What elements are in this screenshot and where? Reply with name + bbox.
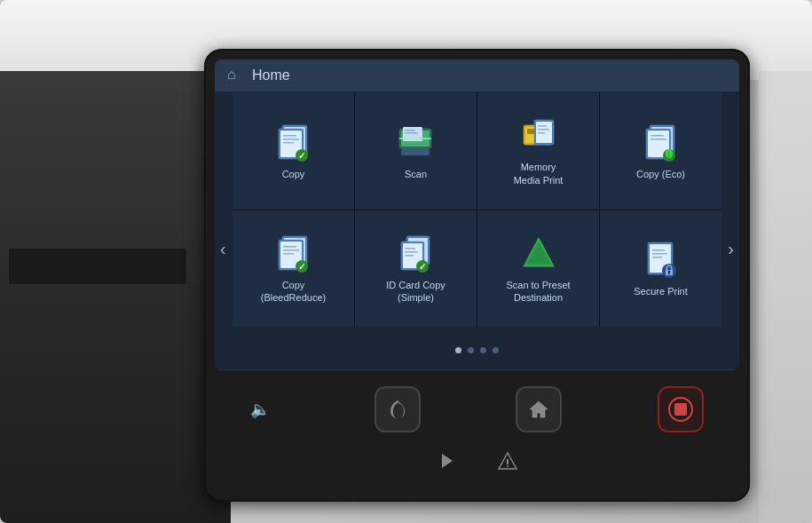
home-button-icon	[526, 397, 551, 422]
svg-rect-30	[650, 135, 664, 137]
svg-rect-39	[283, 246, 296, 248]
svg-rect-49	[405, 251, 418, 253]
app-id-card[interactable]: ✓ ID Card Copy(Simple)	[355, 210, 477, 328]
screen-title: Home	[252, 67, 290, 83]
printer-left	[0, 71, 231, 523]
memory-icon	[516, 115, 561, 155]
nav-arrow-left[interactable]: ‹	[220, 239, 226, 259]
page-dots	[215, 347, 739, 353]
svg-rect-40	[283, 250, 299, 251]
svg-point-68	[507, 465, 508, 467]
screen-header: ⌂ Home	[215, 59, 739, 92]
svg-rect-48	[405, 248, 415, 250]
printer-body: ⌂ Home ‹ ›	[0, 0, 812, 523]
dot-3	[480, 347, 486, 353]
stop-circle	[668, 397, 693, 422]
app-scan-preset[interactable]: Scan to PresetDestination	[477, 210, 599, 328]
printer-right	[759, 71, 812, 523]
stop-button[interactable]	[658, 386, 704, 432]
secure-label: Secure Print	[634, 285, 688, 297]
svg-rect-14	[399, 138, 431, 139]
svg-rect-31	[650, 139, 666, 140]
app-copy[interactable]: ✓ Copy	[233, 92, 354, 210]
eco-icon	[639, 122, 683, 162]
svg-rect-4	[283, 135, 296, 137]
home-button[interactable]	[516, 386, 562, 432]
scan-label: Scan	[405, 168, 427, 180]
lcd-screen: ⌂ Home ‹ ›	[215, 59, 739, 370]
secure-icon	[639, 239, 683, 280]
nav-arrow-right[interactable]: ›	[728, 239, 734, 259]
control-panel: ⌂ Home ‹ ›	[204, 49, 750, 502]
moon-icon	[385, 397, 410, 422]
svg-rect-25	[538, 132, 545, 134]
dot-2	[468, 347, 474, 353]
app-copy-eco[interactable]: Copy (Eco)	[600, 92, 721, 210]
svg-rect-15	[401, 148, 430, 155]
physical-buttons: 🔈	[215, 374, 739, 445]
bleed-icon: ✓	[272, 233, 316, 273]
home-icon: ⌂	[227, 67, 245, 84]
eco-label: Copy (Eco)	[636, 168, 685, 180]
bottom-nav	[215, 445, 739, 480]
scan-icon	[394, 122, 438, 162]
svg-rect-12	[405, 130, 415, 131]
svg-text:✓: ✓	[298, 262, 305, 272]
scanpreset-label: Scan to PresetDestination	[506, 279, 570, 305]
svg-marker-65	[442, 454, 453, 468]
svg-rect-41	[283, 253, 294, 255]
svg-text:✓: ✓	[298, 151, 305, 161]
svg-rect-5	[283, 139, 299, 140]
app-secure-print[interactable]: Secure Print	[600, 210, 721, 328]
svg-rect-18	[527, 129, 534, 134]
volume-icon: 🔈	[250, 400, 270, 419]
idcard-icon: ✓	[394, 233, 438, 273]
bleed-label: Copy(BleedReduce)	[261, 279, 326, 305]
sleep-button[interactable]	[374, 386, 421, 432]
screen-content: ‹ ›	[215, 92, 739, 369]
memory-label: MemoryMedia Print	[514, 161, 564, 186]
svg-rect-60	[652, 257, 662, 258]
paper-tray	[9, 249, 186, 284]
dot-1	[455, 347, 461, 353]
svg-rect-64	[668, 273, 670, 274]
forward-arrow-icon[interactable]	[435, 448, 460, 473]
idcard-label: ID Card Copy(Simple)	[386, 279, 445, 305]
svg-rect-6	[283, 142, 294, 144]
svg-rect-58	[652, 250, 665, 251]
app-scan[interactable]: Scan	[355, 92, 477, 210]
app-copy-bleed[interactable]: ✓ Copy(BleedReduce)	[233, 210, 354, 328]
copy-icon: ✓	[272, 122, 316, 162]
svg-rect-24	[538, 129, 549, 131]
svg-rect-67	[507, 459, 508, 464]
scanpreset-icon	[516, 233, 561, 273]
svg-rect-13	[405, 132, 418, 134]
svg-rect-59	[652, 253, 667, 255]
status-bar: Load paper. 1 LTR/Plain 2 📶 ⚙ Status Mon…	[215, 369, 739, 370]
warning-icon[interactable]	[495, 448, 520, 473]
dot-4	[493, 347, 499, 353]
svg-rect-50	[405, 255, 414, 257]
stop-inner	[674, 403, 687, 416]
copy-label: Copy	[282, 168, 305, 180]
svg-text:✓: ✓	[419, 262, 426, 272]
app-memory-print[interactable]: MemoryMedia Print	[477, 92, 599, 210]
app-grid: ✓ Copy	[233, 92, 721, 327]
svg-rect-23	[538, 125, 547, 127]
